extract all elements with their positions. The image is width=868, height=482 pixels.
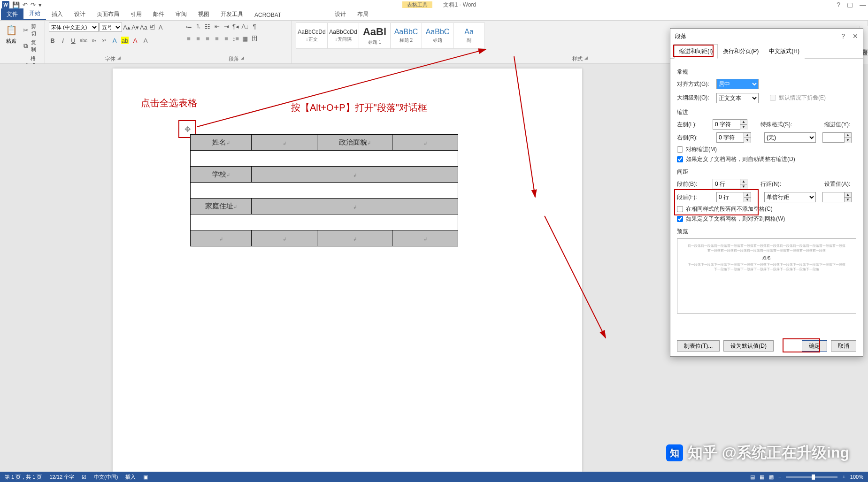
align-center-icon[interactable]: ≡	[194, 35, 202, 42]
table-cell[interactable]: 家庭住址↲	[191, 199, 252, 214]
table-row[interactable]	[191, 214, 458, 230]
shading-icon[interactable]: ▦	[241, 35, 249, 42]
spin-up-icon[interactable]: ▲	[740, 179, 747, 184]
tab-mailings[interactable]: 邮件	[147, 8, 170, 20]
table-row[interactable]	[191, 183, 458, 199]
status-words[interactable]: 12/12 个字	[49, 474, 74, 481]
auto-indent-checkbox[interactable]	[677, 156, 683, 162]
font-name-select[interactable]: 宋体 (中文正文)	[49, 23, 99, 32]
table-cell[interactable]: ↲	[252, 135, 317, 151]
spin-up-icon[interactable]: ▲	[744, 133, 751, 138]
before-input[interactable]	[713, 179, 740, 189]
styles-gallery[interactable]: AaBbCcDd↓正文 AaBbCcDd↓无间隔 AaBl标题 1 AaBbC标…	[296, 23, 484, 49]
align-select[interactable]: 居中	[716, 79, 759, 89]
table-cell[interactable]	[191, 151, 458, 167]
default-button[interactable]: 设为默认值(D)	[723, 340, 774, 352]
spin-down-icon[interactable]: ▼	[744, 138, 751, 143]
style-heading1[interactable]: AaBl标题 1	[359, 23, 391, 49]
char-border-icon[interactable]: A	[157, 23, 164, 31]
document-page[interactable]: 点击全选表格 按【Alt+O+P】打开"段落"对话框 ✥ 姓名↲ ↲ 政治面貌↲…	[113, 69, 582, 472]
view-read-icon[interactable]: ▤	[750, 474, 755, 480]
spin-up-icon[interactable]: ▲	[740, 120, 747, 125]
tab-acrobat[interactable]: ACROBAT	[249, 10, 287, 20]
multilevel-icon[interactable]: ☷	[204, 23, 211, 30]
borders-icon[interactable]: 田	[251, 35, 258, 42]
tab-page-layout[interactable]: 页面布局	[91, 8, 125, 20]
zoom-level[interactable]: 100%	[850, 474, 863, 480]
ribbon-display-icon[interactable]: ▢	[847, 1, 853, 8]
tab-design[interactable]: 设计	[69, 8, 91, 20]
view-web-icon[interactable]: ▩	[769, 474, 774, 480]
minimize-icon[interactable]: —	[860, 1, 866, 8]
table-cell[interactable]: 政治面貌↲	[317, 135, 392, 151]
table-row[interactable]: ↲ ↲ ↲ ↲	[191, 230, 458, 246]
dialog-tab-indent[interactable]: 缩进和间距(I)	[674, 44, 718, 59]
table-cell[interactable]: ↲	[392, 230, 458, 246]
status-page[interactable]: 第 1 页，共 1 页	[5, 474, 42, 481]
phonetic-guide-icon[interactable]: 변	[148, 23, 156, 31]
table-cell[interactable]: ↲	[252, 230, 317, 246]
status-macro-icon[interactable]: ▣	[143, 474, 148, 480]
help-icon[interactable]: ?	[837, 1, 840, 8]
tab-insert[interactable]: 插入	[46, 8, 69, 20]
spin-down-icon[interactable]: ▼	[740, 184, 747, 189]
table-cell[interactable]: 姓名↲	[191, 135, 252, 151]
cancel-button[interactable]: 取消	[831, 340, 856, 352]
zoom-in-button[interactable]: +	[842, 474, 845, 480]
strikethrough-button[interactable]: abc	[80, 37, 87, 44]
subscript-button[interactable]: x₂	[90, 37, 98, 44]
italic-button[interactable]: I	[59, 37, 67, 44]
style-heading2[interactable]: AaBbC标题 2	[390, 23, 422, 49]
zoom-thumb[interactable]	[812, 474, 815, 480]
after-input[interactable]	[716, 192, 744, 202]
cut-button[interactable]: ✂剪切	[22, 23, 41, 38]
style-title[interactable]: AaBbC标题	[422, 23, 453, 49]
snap-grid-checkbox[interactable]	[677, 216, 683, 222]
styles-dialog-launcher-icon[interactable]: ◢	[584, 55, 588, 62]
style-subtitle[interactable]: Aa副	[453, 23, 485, 49]
by-spinner[interactable]: ▲▼	[822, 132, 852, 143]
tab-review[interactable]: 审阅	[170, 8, 192, 20]
status-insert-mode[interactable]: 插入	[125, 474, 136, 481]
tabs-button[interactable]: 制表位(T)...	[677, 340, 720, 352]
show-marks-icon[interactable]: ¶	[251, 23, 258, 30]
sort-icon[interactable]: A↓	[241, 23, 249, 30]
bold-button[interactable]: B	[49, 37, 56, 44]
ok-button[interactable]: 确定	[802, 340, 827, 352]
table-cell[interactable]: ↲	[191, 230, 252, 246]
zoom-slider[interactable]	[786, 476, 837, 478]
ltr-icon[interactable]: ¶◂	[232, 23, 239, 30]
indent-left-input[interactable]	[713, 119, 740, 130]
after-spinner[interactable]: ▲▼	[716, 192, 751, 202]
numbering-icon[interactable]: ⒈	[194, 23, 202, 30]
dialog-titlebar[interactable]: 段落 ? ✕	[670, 29, 863, 44]
spin-up-icon[interactable]: ▲	[845, 192, 851, 198]
table-row[interactable]: 家庭住址↲ ↲	[191, 199, 458, 214]
table-cell[interactable]	[191, 183, 458, 199]
before-spinner[interactable]: ▲▼	[713, 179, 747, 189]
no-space-checkbox[interactable]	[677, 206, 683, 212]
shrink-font-icon[interactable]: A▾	[131, 23, 139, 31]
decrease-indent-icon[interactable]: ⇤	[213, 23, 221, 30]
text-effects-icon[interactable]: A	[111, 37, 118, 44]
table-cell[interactable]: ↲	[392, 135, 458, 151]
highlight-icon[interactable]: ab	[121, 37, 129, 44]
align-right-icon[interactable]: ≡	[204, 35, 211, 42]
superscript-button[interactable]: x²	[100, 37, 108, 44]
increase-indent-icon[interactable]: ⇥	[223, 23, 230, 30]
font-dialog-launcher-icon[interactable]: ◢	[117, 55, 121, 62]
tab-view[interactable]: 视图	[192, 8, 215, 20]
align-left-icon[interactable]: ≡	[185, 35, 192, 42]
grow-font-icon[interactable]: A▴	[123, 23, 131, 31]
table-row[interactable]: 姓名↲ ↲ 政治面貌↲ ↲	[191, 135, 458, 151]
tab-references[interactable]: 引用	[125, 8, 147, 20]
mirror-checkbox[interactable]	[677, 146, 683, 153]
distribute-icon[interactable]: ≡	[223, 35, 230, 42]
dialog-close-icon[interactable]: ✕	[853, 32, 858, 40]
font-size-select[interactable]: 五号	[100, 23, 122, 32]
by-input[interactable]	[822, 132, 844, 143]
spin-down-icon[interactable]: ▼	[845, 138, 851, 143]
tab-table-design[interactable]: 设计	[329, 8, 352, 20]
char-shading-icon[interactable]: A	[142, 37, 149, 44]
copy-button[interactable]: ⧉复制	[22, 38, 41, 54]
